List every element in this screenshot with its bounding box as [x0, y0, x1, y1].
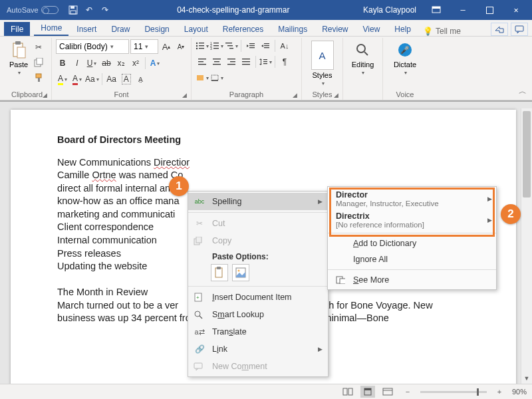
ctx-insert-doc-item[interactable]: + IInsert Document Itemnsert Document It…: [188, 289, 328, 306]
underline-button[interactable]: U▾: [85, 57, 98, 70]
show-marks-button[interactable]: ¶: [278, 55, 291, 68]
increase-indent-button[interactable]: [259, 39, 272, 53]
char-border-button[interactable]: A: [120, 72, 133, 86]
align-center-button[interactable]: [210, 55, 223, 68]
shading-button[interactable]: ▾: [196, 71, 209, 84]
collapse-ribbon-icon[interactable]: ︿: [519, 86, 527, 97]
read-mode-icon[interactable]: [340, 386, 355, 398]
tab-home[interactable]: Home: [34, 21, 68, 36]
spelling-error[interactable]: Ortne: [92, 170, 116, 180]
tell-me[interactable]: 💡Tell me: [423, 27, 461, 36]
autosave-label: AutoSave: [7, 6, 39, 14]
save-icon[interactable]: [68, 5, 78, 15]
paste-keep-source[interactable]: [211, 264, 228, 281]
see-more[interactable]: See MoreSee More: [328, 272, 496, 288]
zoom-in-button[interactable]: +: [492, 386, 507, 398]
justify-button[interactable]: [239, 55, 253, 68]
tab-insert[interactable]: Insert: [70, 22, 103, 36]
multilevel-button[interactable]: ▾: [225, 39, 238, 53]
heading: Board of Directors Meeting: [57, 134, 469, 147]
scroll-thumb[interactable]: [523, 111, 531, 198]
copy-icon: [194, 237, 205, 245]
share-button[interactable]: [491, 23, 508, 36]
tab-mailings[interactable]: Mailings: [271, 22, 314, 36]
zoom-out-button[interactable]: −: [400, 386, 415, 398]
superscript-button[interactable]: x²: [129, 57, 142, 70]
bold-button[interactable]: B: [56, 57, 69, 70]
clear-format-button[interactable]: Aa: [105, 72, 118, 86]
suggestion-director[interactable]: Director Manager, Instructor, Executive …: [328, 188, 496, 209]
borders-button[interactable]: ▾: [210, 71, 223, 84]
close-button[interactable]: ✕: [503, 0, 529, 20]
editing-button[interactable]: Editing ▾: [349, 39, 377, 77]
user-name[interactable]: Kayla Claypool: [363, 5, 416, 15]
ribbon-options-icon[interactable]: [423, 0, 450, 20]
tab-file[interactable]: File: [4, 22, 30, 36]
text-effects-button[interactable]: A▾: [148, 57, 162, 70]
cut-icon[interactable]: ✂: [32, 41, 45, 54]
tab-draw[interactable]: Draw: [104, 22, 136, 36]
paste-button[interactable]: Paste ▾: [7, 39, 31, 77]
strike-button[interactable]: ab: [100, 57, 113, 70]
ctx-translate[interactable]: a⇄ TranslateTranslate: [188, 323, 328, 340]
font-family-combo[interactable]: Calibri (Body)▾: [56, 39, 129, 54]
ctx-spelling[interactable]: abc Spelling ▶: [188, 193, 328, 210]
suggestion-directrix[interactable]: Directrix [No reference information] ▶: [328, 209, 496, 231]
ctx-link[interactable]: 🔗 LinkLink ▶: [188, 340, 328, 358]
shrink-font-button[interactable]: A▾: [174, 40, 188, 53]
vertical-scrollbar[interactable]: ▲ ▼: [521, 108, 532, 384]
comments-button[interactable]: [511, 23, 528, 36]
decrease-indent-button[interactable]: [244, 39, 257, 53]
chevron-down-icon: ▾: [145, 43, 148, 50]
smart-lookup-icon: [194, 310, 205, 319]
svg-rect-70: [348, 388, 352, 395]
align-left-button[interactable]: [196, 55, 209, 68]
copy-icon[interactable]: [32, 56, 45, 69]
dialog-launcher-icon[interactable]: ◢: [334, 92, 338, 98]
numbering-button[interactable]: 123▾: [210, 39, 223, 53]
subscript-button[interactable]: x₂: [114, 57, 128, 70]
undo-icon[interactable]: ↶: [84, 5, 94, 15]
paste-picture[interactable]: [232, 264, 249, 281]
autosave-toggle[interactable]: AutoSave: [3, 6, 63, 14]
tab-references[interactable]: References: [216, 22, 270, 36]
comment-icon: [194, 362, 205, 370]
highlight-button[interactable]: A▾: [56, 72, 69, 86]
redo-icon[interactable]: ↷: [100, 5, 110, 15]
tab-layout[interactable]: Layout: [178, 22, 215, 36]
align-right-button[interactable]: [225, 55, 238, 68]
svg-rect-27: [227, 45, 233, 46]
dialog-launcher-icon[interactable]: ◢: [43, 92, 47, 98]
dialog-launcher-icon[interactable]: ◢: [293, 92, 297, 98]
dictate-button[interactable]: 🎤 Dictate ▾: [391, 39, 419, 77]
group-voice: 🎤 Dictate ▾ Voice: [383, 38, 427, 100]
sort-button[interactable]: A↓: [278, 39, 291, 53]
grow-font-button[interactable]: A▴: [160, 40, 173, 53]
tab-review[interactable]: Review: [315, 22, 354, 36]
tab-design[interactable]: Design: [138, 22, 176, 36]
ctx-smart-lookup[interactable]: Smart LookupSmart Lookup: [188, 306, 328, 323]
bullets-button[interactable]: ▾: [196, 39, 209, 53]
group-editing: Editing ▾ Editing: [343, 38, 383, 100]
web-layout-icon[interactable]: [380, 386, 395, 398]
scroll-down-icon[interactable]: ▼: [521, 373, 532, 384]
format-painter-icon[interactable]: [32, 71, 45, 84]
font-color-button[interactable]: A▾: [70, 72, 84, 86]
zoom-slider[interactable]: [420, 391, 487, 393]
tab-view[interactable]: View: [356, 22, 387, 36]
styles-button[interactable]: A Styles ▾: [309, 39, 336, 88]
font-size-combo[interactable]: 11▾: [130, 39, 158, 54]
line-spacing-button[interactable]: ▾: [259, 55, 272, 68]
maximize-button[interactable]: [476, 0, 503, 20]
change-case-button[interactable]: Aa▾: [85, 72, 99, 86]
print-layout-icon[interactable]: [360, 386, 375, 398]
add-to-dictionary[interactable]: Add to DictionaryAdd to Dictionary: [328, 235, 496, 251]
dialog-launcher-icon[interactable]: ◢: [182, 92, 187, 98]
zoom-value[interactable]: 90%: [512, 388, 527, 396]
ignore-all[interactable]: Ignore AllIgnore All: [328, 251, 496, 267]
phonetic-button[interactable]: A̤: [134, 72, 148, 86]
minimize-button[interactable]: —: [450, 0, 476, 20]
italic-button[interactable]: I: [70, 57, 84, 70]
spelling-error[interactable]: Directior: [154, 157, 190, 168]
tab-help[interactable]: Help: [388, 22, 418, 36]
